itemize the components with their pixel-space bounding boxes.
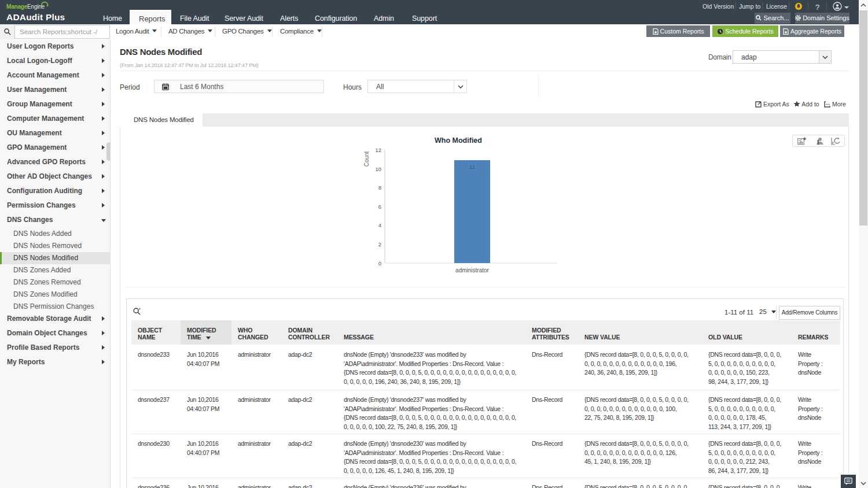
svg-text:10: 10 (375, 166, 381, 172)
svg-text:Count: Count (363, 151, 370, 167)
svg-text:2: 2 (378, 241, 381, 247)
svg-text:8: 8 (378, 184, 381, 191)
svg-text:12: 12 (375, 147, 381, 153)
svg-text:administrator: administrator (455, 267, 489, 273)
svg-text:4: 4 (378, 222, 381, 228)
svg-text:0: 0 (378, 260, 381, 267)
svg-text:11: 11 (469, 164, 475, 170)
svg-text:6: 6 (378, 204, 381, 210)
